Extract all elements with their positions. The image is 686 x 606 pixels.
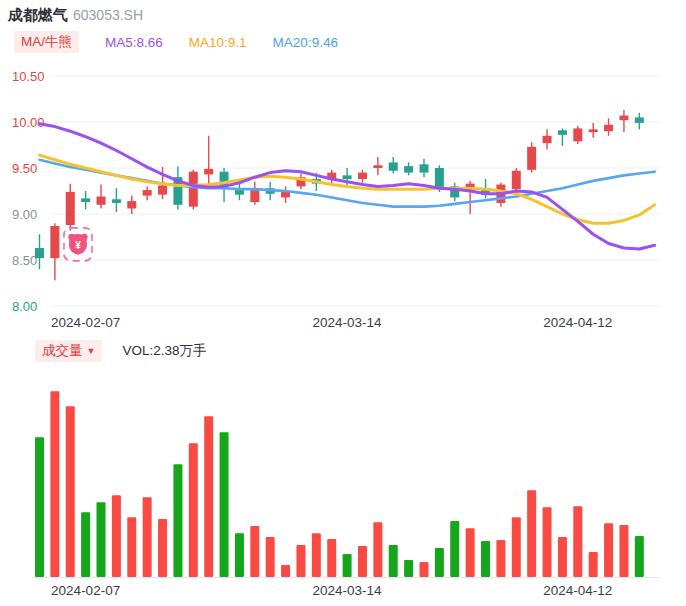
candle-body[interactable] (619, 116, 628, 121)
candle-body[interactable] (81, 198, 90, 202)
candle-body[interactable] (343, 175, 352, 179)
candle-body[interactable] (66, 192, 75, 225)
volume-bar[interactable] (404, 560, 413, 577)
date-axis-label: 2024-03-14 (313, 583, 382, 598)
price-date-axis: 2024-02-072024-03-142024-04-12 (0, 315, 686, 333)
candle-body[interactable] (35, 248, 44, 258)
price-axis-label: 9.00 (12, 207, 37, 222)
date-axis-label: 2024-03-14 (313, 315, 382, 330)
candle-body[interactable] (543, 136, 552, 143)
candle-body[interactable] (189, 172, 198, 207)
volume-bar[interactable] (50, 391, 59, 577)
volume-bar[interactable] (496, 540, 505, 577)
volume-bar[interactable] (450, 521, 459, 577)
volume-bar[interactable] (235, 533, 244, 577)
volume-bar[interactable] (635, 536, 644, 577)
candle-body[interactable] (112, 199, 121, 203)
volume-bar[interactable] (173, 464, 182, 577)
volume-bar[interactable] (343, 554, 352, 577)
candle-body[interactable] (143, 190, 152, 196)
date-axis-label: 2024-04-12 (543, 315, 612, 330)
candle-body[interactable] (373, 165, 382, 168)
chart-header: 成都燃气603053.SH (8, 6, 143, 25)
candle-body[interactable] (250, 190, 259, 202)
volume-bar[interactable] (604, 523, 613, 577)
price-candlestick-chart[interactable]: 10.5010.009.509.008.508.00¥ (0, 64, 686, 314)
indicator-legend: MA/牛熊 MA5:8.66 MA10:9.1 MA20:9.46 (14, 31, 338, 53)
volume-bar[interactable] (435, 548, 444, 577)
candle-body[interactable] (235, 190, 244, 195)
volume-header: 成交量 ▼ VOL:2.38万手 (35, 340, 206, 362)
volume-bar[interactable] (512, 517, 521, 577)
volume-bar[interactable] (558, 537, 567, 577)
candle-body[interactable] (127, 201, 136, 208)
volume-indicator-selector[interactable]: 成交量 ▼ (35, 340, 102, 362)
candle-body[interactable] (204, 169, 213, 175)
stock-title: 成都燃气 (8, 6, 68, 23)
volume-bar[interactable] (204, 416, 213, 577)
volume-bar[interactable] (220, 432, 229, 577)
volume-bar[interactable] (420, 562, 429, 577)
candle-body[interactable] (604, 125, 613, 131)
volume-bar[interactable] (358, 546, 367, 577)
bear-icon-glyph: ¥ (75, 240, 81, 251)
candle-body[interactable] (512, 171, 521, 189)
volume-bar[interactable] (112, 495, 121, 577)
candle-body[interactable] (558, 130, 567, 135)
candle-body[interactable] (527, 147, 536, 170)
candle-body[interactable] (358, 173, 367, 179)
price-axis-label: 8.50 (12, 253, 37, 268)
volume-bar[interactable] (543, 507, 552, 577)
candle-body[interactable] (635, 117, 644, 123)
bear-signal-badge[interactable]: ¥ (64, 228, 92, 261)
volume-bar[interactable] (296, 545, 305, 577)
price-axis-label: 8.00 (12, 299, 37, 314)
volume-bar[interactable] (127, 517, 136, 577)
legend-ma20-value: MA20:9.46 (273, 35, 338, 50)
date-axis-label: 2024-02-07 (51, 583, 120, 598)
volume-bar[interactable] (189, 443, 198, 577)
volume-bar[interactable] (266, 537, 275, 577)
volume-bar[interactable] (66, 406, 75, 577)
volume-bar-chart[interactable] (0, 388, 686, 579)
candle-body[interactable] (50, 226, 59, 258)
volume-bar[interactable] (250, 526, 259, 577)
volume-bar[interactable] (389, 545, 398, 577)
volume-bar[interactable] (373, 522, 382, 577)
candle-body[interactable] (435, 168, 444, 189)
candle-body[interactable] (589, 129, 598, 132)
date-axis-label: 2024-04-12 (543, 583, 612, 598)
volume-tag-label: 成交量 (42, 342, 83, 360)
candle-body[interactable] (573, 128, 582, 141)
candle-body[interactable] (404, 166, 413, 172)
candle-body[interactable] (420, 164, 429, 172)
volume-bar[interactable] (589, 552, 598, 577)
price-axis-label: 10.00 (12, 115, 45, 130)
volume-bar[interactable] (97, 502, 106, 577)
stock-chart-app: 成都燃气603053.SH MA/牛熊 MA5:8.66 MA10:9.1 MA… (0, 0, 686, 606)
volume-bar[interactable] (619, 525, 628, 577)
volume-bar[interactable] (35, 437, 44, 577)
stock-code: 603053.SH (73, 7, 143, 23)
volume-bar[interactable] (327, 539, 336, 577)
volume-bar[interactable] (158, 519, 167, 577)
volume-bar[interactable] (466, 528, 475, 577)
volume-bar[interactable] (481, 541, 490, 577)
legend-ma5-value: MA5:8.66 (105, 35, 163, 50)
volume-bar[interactable] (143, 497, 152, 577)
volume-bar[interactable] (81, 512, 90, 577)
price-axis-label: 10.50 (12, 69, 45, 84)
dropdown-arrow-icon: ▼ (87, 347, 96, 356)
volume-bar[interactable] (573, 506, 582, 577)
candle-body[interactable] (97, 197, 106, 205)
volume-bar[interactable] (281, 565, 290, 577)
volume-bar[interactable] (312, 533, 321, 577)
candle-body[interactable] (158, 185, 167, 194)
indicator-tab-ma-bull-bear[interactable]: MA/牛熊 (14, 31, 79, 53)
price-axis-label: 9.50 (12, 161, 37, 176)
volume-bar[interactable] (527, 490, 536, 577)
legend-ma10-value: MA10:9.1 (189, 35, 247, 50)
candle-body[interactable] (389, 162, 398, 170)
volume-date-axis: 2024-02-072024-03-142024-04-12 (0, 583, 686, 601)
date-axis-label: 2024-02-07 (51, 315, 120, 330)
